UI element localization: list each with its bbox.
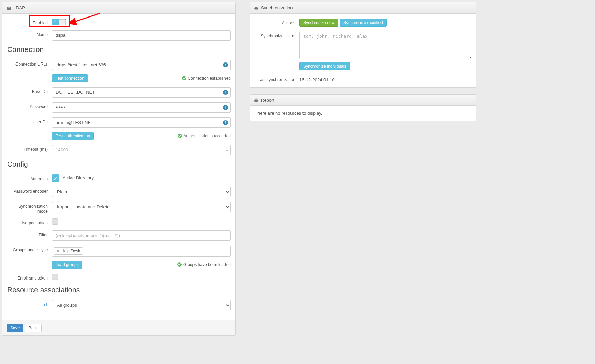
- sync-individuals-button[interactable]: Synchronize individuals: [299, 62, 350, 70]
- sync-users-textarea[interactable]: [299, 32, 471, 59]
- spinner-icon[interactable]: ▲▼: [224, 147, 229, 153]
- pwd-encoder-label: Password encoder: [7, 187, 52, 194]
- timeout-input[interactable]: [52, 145, 231, 155]
- attributes-value: Active Directory: [63, 175, 94, 180]
- test-auth-button[interactable]: Test authentication: [52, 132, 94, 140]
- check-icon: [177, 262, 182, 267]
- ldap-panel-heading: LDAP: [2, 2, 235, 14]
- actions-label: Actions: [255, 19, 299, 25]
- resource-assoc-title: Resource associations: [7, 286, 231, 294]
- enroll-sms-checkbox[interactable]: [52, 274, 58, 280]
- load-groups-button[interactable]: Load groups: [52, 261, 82, 269]
- back-button[interactable]: Back: [25, 324, 42, 332]
- password-label: Password: [7, 102, 52, 109]
- config-section-title: Config: [7, 160, 231, 168]
- name-input[interactable]: [52, 30, 231, 41]
- check-icon: [178, 134, 182, 138]
- filter-label: Filter: [7, 230, 52, 237]
- info-icon[interactable]: i: [223, 105, 228, 110]
- info-icon[interactable]: i: [223, 62, 228, 67]
- sync-mode-select[interactable]: Import, Update and Delete: [52, 202, 231, 212]
- filter-input[interactable]: [52, 230, 231, 241]
- edit-attributes-button[interactable]: [52, 174, 59, 182]
- sync-mode-label: Synchronization mode: [7, 202, 52, 214]
- use-pagination-label: Use pagination: [7, 218, 52, 225]
- ldap-panel: LDAP Enabled Name Connection: [2, 2, 236, 336]
- info-icon[interactable]: i: [223, 120, 228, 125]
- enabled-toggle[interactable]: [52, 19, 66, 25]
- pwd-encoder-select[interactable]: Plain: [52, 187, 231, 197]
- groups-sync-label: Groups under sync: [7, 246, 52, 252]
- name-label: Name: [7, 30, 52, 37]
- attributes-label: Attributes: [7, 174, 52, 181]
- base-dn-label: Base Dn: [7, 87, 52, 94]
- connection-urls-input[interactable]: [52, 60, 231, 70]
- sync-panel-heading: Synchronization: [250, 2, 476, 14]
- use-pagination-checkbox[interactable]: [52, 218, 58, 225]
- sync-panel: Synchronization Actions Synchronize now …: [250, 2, 476, 88]
- auth-status: Authentication succeeded: [178, 134, 231, 138]
- print-icon: [254, 98, 259, 103]
- connection-urls-label: Connection URLs: [7, 60, 52, 67]
- enroll-sms-label: Enroll sms token: [7, 274, 52, 281]
- password-input[interactable]: [52, 102, 231, 113]
- report-panel: Report There are no resources to display…: [250, 94, 476, 121]
- disk-icon: [7, 5, 11, 11]
- r1-select[interactable]: All groups: [52, 300, 231, 310]
- user-dn-label: User Dn: [7, 117, 52, 124]
- sync-now-button[interactable]: Synchronize now: [299, 19, 338, 27]
- sync-users-label: Synchronize Users: [255, 32, 299, 38]
- check-icon: [182, 76, 186, 80]
- info-icon[interactable]: i: [223, 90, 228, 95]
- groups-status: Groups have been loaded: [177, 262, 231, 267]
- cloud-icon: [254, 5, 259, 11]
- sync-panel-title: Synchronization: [261, 5, 293, 10]
- groups-sync-input[interactable]: ✕Help Desk: [52, 246, 231, 257]
- test-connection-button[interactable]: Test connection: [52, 74, 88, 82]
- ldap-panel-title: LDAP: [13, 5, 25, 10]
- last-sync-value: 16-12-2024 01:10: [299, 77, 335, 82]
- last-sync-label: Last synchronization: [255, 75, 299, 82]
- report-panel-title: Report: [261, 98, 274, 103]
- report-empty-text: There are no resources to display.: [255, 111, 322, 116]
- timeout-label: Timeout (ms): [7, 145, 52, 152]
- report-panel-heading: Report: [250, 95, 476, 106]
- ldap-footer: Save Back: [2, 320, 235, 335]
- enabled-label: Enabled: [7, 19, 52, 25]
- connection-section-title: Connection: [7, 45, 231, 54]
- base-dn-input[interactable]: [52, 87, 231, 98]
- remove-tag-icon[interactable]: ✕: [57, 249, 60, 253]
- save-button[interactable]: Save: [7, 324, 23, 332]
- connection-status: Connection established: [182, 76, 231, 81]
- sync-modified-button[interactable]: Synchronize modified: [340, 19, 387, 27]
- group-tag[interactable]: ✕Help Desk: [54, 247, 83, 255]
- user-dn-input[interactable]: [52, 117, 231, 128]
- r1-label[interactable]: r1: [7, 300, 52, 307]
